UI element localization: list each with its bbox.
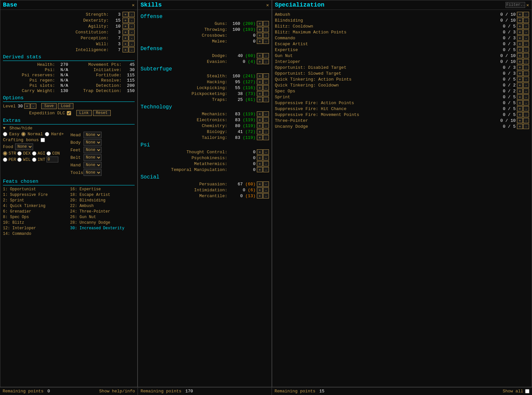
skill-plus-3-2[interactable]: +	[257, 123, 263, 128]
spec-plus-4[interactable]: +	[517, 35, 523, 41]
skill-plus-4-3[interactable]: +	[257, 167, 263, 172]
stat-minus-1[interactable]: -	[129, 18, 135, 23]
skill-minus-0-0[interactable]: -	[263, 21, 269, 26]
skill-minus-2-2[interactable]: -	[263, 85, 269, 90]
skill-minus-3-1[interactable]: -	[263, 117, 269, 122]
skill-minus-3-0[interactable]: -	[263, 111, 269, 117]
str-radio[interactable]	[3, 151, 7, 156]
skill-plus-3-4[interactable]: +	[257, 135, 263, 140]
skill-minus-2-3[interactable]: -	[263, 91, 269, 96]
skill-plus-1-0[interactable]: +	[257, 53, 263, 58]
save-btn[interactable]: Save	[41, 103, 57, 109]
spec-minus-12[interactable]: -	[523, 83, 529, 88]
per-radio[interactable]	[3, 158, 7, 162]
skill-minus-2-1[interactable]: -	[263, 79, 269, 85]
link-btn[interactable]: Link	[76, 110, 92, 116]
stat-minus-6[interactable]: -	[129, 47, 135, 52]
spec-plus-11[interactable]: +	[517, 77, 523, 82]
wil-radio[interactable]	[17, 158, 22, 162]
spec-plus-8[interactable]: +	[517, 59, 523, 64]
skill-plus-3-3[interactable]: +	[257, 129, 263, 134]
spec-plus-7[interactable]: +	[517, 53, 523, 58]
spec-minus-14[interactable]: -	[523, 94, 529, 100]
skill-plus-4-0[interactable]: +	[257, 149, 263, 155]
show-hide-label[interactable]: Show/hide	[10, 126, 32, 131]
spec-minus-9[interactable]: -	[523, 65, 529, 70]
spec-plus-5[interactable]: +	[517, 41, 523, 47]
stat-minus-0[interactable]: -	[129, 12, 135, 17]
hard-radio[interactable]	[45, 132, 49, 136]
skill-plus-3-0[interactable]: +	[257, 111, 263, 117]
stat-plus-6[interactable]: +	[123, 47, 128, 52]
skill-minus-2-0[interactable]: -	[263, 73, 269, 79]
spec-minus-15[interactable]: -	[523, 100, 529, 105]
spec-minus-8[interactable]: -	[523, 59, 529, 64]
skill-minus-1-0[interactable]: -	[263, 53, 269, 58]
skill-plus-0-0[interactable]: +	[257, 21, 263, 26]
skill-plus-3-1[interactable]: +	[257, 117, 263, 122]
spec-close-btn[interactable]: ✕	[526, 2, 529, 8]
skill-minus-1-1[interactable]: -	[263, 59, 269, 64]
skill-plus-5-2[interactable]: +	[257, 193, 263, 198]
skill-plus-2-1[interactable]: +	[257, 79, 263, 85]
spec-minus-0[interactable]: -	[523, 12, 529, 17]
spec-minus-13[interactable]: -	[523, 88, 529, 94]
food-select[interactable]: None	[15, 143, 33, 150]
expedition-checkbox[interactable]	[67, 111, 71, 115]
hand-select[interactable]: None	[84, 162, 102, 168]
skill-minus-3-2[interactable]: -	[263, 123, 269, 128]
skill-minus-4-3[interactable]: -	[263, 167, 269, 172]
stat-minus-4[interactable]: -	[129, 35, 135, 41]
spec-plus-13[interactable]: +	[517, 88, 523, 94]
body-select[interactable]: None	[84, 139, 102, 146]
spec-plus-3[interactable]: +	[517, 29, 523, 35]
spec-minus-10[interactable]: -	[523, 71, 529, 76]
spec-minus-2[interactable]: -	[523, 24, 529, 29]
spec-plus-14[interactable]: +	[517, 94, 523, 100]
skill-minus-0-1[interactable]: -	[263, 27, 269, 32]
skill-minus-5-2[interactable]: -	[263, 193, 269, 198]
skill-minus-4-1[interactable]: -	[263, 155, 269, 160]
dex-radio[interactable]	[17, 151, 22, 156]
skill-minus-4-2[interactable]: -	[263, 161, 269, 166]
level-plus-btn[interactable]: +	[24, 103, 30, 109]
spec-minus-16[interactable]: -	[523, 106, 529, 111]
belt-select[interactable]: None	[84, 154, 102, 161]
spec-minus-11[interactable]: -	[523, 77, 529, 82]
spec-plus-17[interactable]: +	[517, 112, 523, 117]
spec-plus-1[interactable]: +	[517, 18, 523, 23]
spec-plus-9[interactable]: +	[517, 65, 523, 70]
agi-radio[interactable]	[32, 151, 36, 156]
skills-close-btn[interactable]: ✕	[266, 2, 269, 8]
spec-plus-18[interactable]: +	[517, 118, 523, 123]
spec-plus-15[interactable]: +	[517, 100, 523, 105]
spec-plus-19[interactable]: +	[517, 124, 523, 129]
stat-minus-3[interactable]: -	[129, 29, 135, 35]
skill-minus-3-3[interactable]: -	[263, 129, 269, 134]
skill-plus-4-1[interactable]: +	[257, 155, 263, 160]
stat-plus-2[interactable]: +	[123, 24, 128, 29]
spec-plus-0[interactable]: +	[517, 12, 523, 17]
stat-minus-2[interactable]: -	[129, 24, 135, 29]
int-radio[interactable]	[32, 158, 36, 162]
reset-btn[interactable]: Reset	[93, 110, 111, 116]
easy-radio[interactable]	[3, 132, 7, 136]
skill-plus-2-3[interactable]: +	[257, 91, 263, 96]
stat-plus-5[interactable]: +	[123, 41, 128, 47]
level-minus-btn[interactable]: -	[30, 103, 36, 109]
skill-minus-2-4[interactable]: -	[263, 97, 269, 102]
head-select[interactable]: None	[84, 132, 102, 138]
spec-minus-5[interactable]: -	[523, 41, 529, 47]
spec-minus-7[interactable]: -	[523, 53, 529, 58]
skill-minus-3-4[interactable]: -	[263, 135, 269, 140]
spec-minus-17[interactable]: -	[523, 112, 529, 117]
spec-plus-10[interactable]: +	[517, 71, 523, 76]
stat-plus-4[interactable]: +	[123, 35, 128, 41]
skill-plus-0-3[interactable]: +	[257, 39, 263, 44]
skill-plus-1-1[interactable]: +	[257, 59, 263, 64]
skill-minus-0-2[interactable]: -	[263, 33, 269, 38]
spec-plus-16[interactable]: +	[517, 106, 523, 111]
tools-select[interactable]: None	[84, 169, 102, 176]
spec-plus-2[interactable]: +	[517, 24, 523, 29]
spec-minus-4[interactable]: -	[523, 35, 529, 41]
